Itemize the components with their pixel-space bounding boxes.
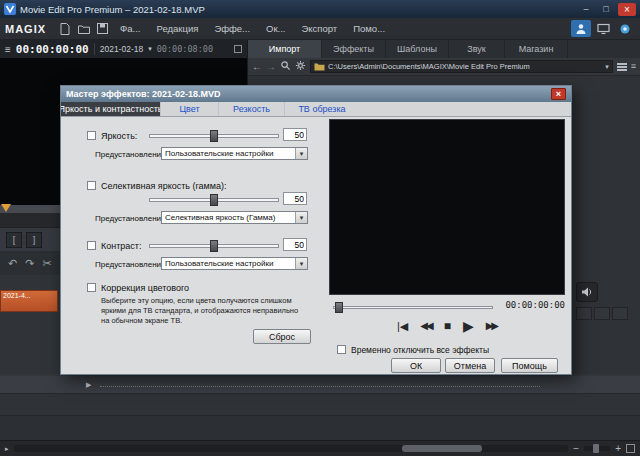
color-correction-checkbox[interactable] <box>87 283 96 292</box>
forward-icon[interactable]: → <box>266 62 276 72</box>
project-name-dropdown[interactable]: 2021-02-18 <box>100 44 143 54</box>
menu-window[interactable]: Ок... <box>259 18 292 40</box>
user-mode-icon[interactable] <box>571 20 591 37</box>
tab-store[interactable]: Магазин <box>505 40 568 58</box>
collapse-track-icon[interactable]: ▶ <box>86 381 91 389</box>
dropdown-arrow-icon[interactable]: ▾ <box>295 148 307 159</box>
reset-button[interactable]: Сброс <box>253 329 311 344</box>
slider-handle[interactable] <box>210 240 218 252</box>
brightness-checkbox[interactable] <box>87 131 96 140</box>
color-correction-label: Коррекция цветового <box>101 283 189 293</box>
zoom-slider-handle[interactable] <box>593 444 599 453</box>
timeline-scrollbar[interactable] <box>14 445 569 452</box>
skip-start-button[interactable]: |◀ <box>397 321 408 332</box>
zoom-fit-icon[interactable] <box>626 444 635 453</box>
tab-color[interactable]: Цвет <box>161 102 219 116</box>
brightness-preset-dropdown[interactable]: Пользовательские настройки ▾ <box>161 147 308 160</box>
store-icon[interactable] <box>615 20 635 37</box>
zoom-in-icon[interactable]: + <box>615 444 621 454</box>
track-tool-button-2[interactable] <box>594 307 610 320</box>
zoom-slider[interactable] <box>584 446 610 451</box>
dialog-title: Мастер эффектов: 2021-02-18.MVD <box>66 89 221 99</box>
track-tool-button-3[interactable] <box>612 307 628 320</box>
contrast-slider[interactable] <box>149 240 279 252</box>
speaker-icon[interactable] <box>576 282 598 302</box>
dropdown-arrow-icon[interactable]: ▾ <box>295 258 307 269</box>
stop-button[interactable]: ■ <box>444 320 451 332</box>
help-button[interactable]: Помощь <box>501 358 558 373</box>
panel-menu-icon[interactable]: ≡ <box>631 62 636 71</box>
tab-templates[interactable]: Шаблоны <box>386 40 449 58</box>
zoom-out-icon[interactable]: − <box>573 444 579 454</box>
menu-export[interactable]: Экспорт <box>295 18 345 40</box>
range-in-button[interactable]: [ <box>6 232 22 248</box>
gamma-preset-dropdown[interactable]: Селективная яркость (Гамма) ▾ <box>161 211 308 224</box>
chevron-down-icon[interactable]: ▾ <box>148 45 152 53</box>
new-project-icon[interactable] <box>56 20 73 37</box>
brightness-slider[interactable] <box>149 130 279 142</box>
scrollbar-handle[interactable] <box>402 445 482 452</box>
menu-file[interactable]: Фа... <box>113 18 147 40</box>
slider-handle[interactable] <box>210 194 218 206</box>
redo-icon[interactable]: ↷ <box>25 257 34 270</box>
browser-nav-row: ← → C:\Users\Admin\Documents\MAGIX\Movie… <box>248 58 640 76</box>
list-view-icon[interactable] <box>617 63 627 71</box>
tab-tv-crop[interactable]: ТВ обрезка <box>285 102 359 116</box>
slider-handle[interactable] <box>210 130 218 142</box>
monitor-layout-icon[interactable] <box>593 20 613 37</box>
tab-audio[interactable]: Звук <box>449 40 505 58</box>
dialog-titlebar[interactable]: Мастер эффектов: 2021-02-18.MVD × <box>61 86 571 102</box>
cancel-button[interactable]: Отмена <box>445 358 495 373</box>
tab-effects[interactable]: Эффекты <box>322 40 386 58</box>
search-icon[interactable] <box>280 60 291 73</box>
timeline-track-row-3[interactable] <box>0 416 640 440</box>
monitor-menu-icon[interactable]: ≡ <box>5 44 11 55</box>
path-chevron-icon[interactable]: ▾ <box>605 63 609 71</box>
rewind-button[interactable]: ◀◀ <box>420 321 431 331</box>
brightness-value[interactable] <box>283 128 307 141</box>
application-window: Movie Edit Pro Premium – 2021-02-18.MVP … <box>0 0 640 456</box>
timeline-track-row-1[interactable]: ▶ <box>0 376 640 394</box>
gamma-checkbox[interactable] <box>87 181 96 190</box>
divider <box>94 43 95 55</box>
menu-effects[interactable]: Эффе... <box>207 18 257 40</box>
tab-sharpness[interactable]: Резкость <box>219 102 285 116</box>
gamma-slider[interactable] <box>149 194 279 206</box>
path-bar[interactable]: C:\Users\Admin\Documents\MAGIX\Movie Edi… <box>310 60 613 73</box>
scissors-icon[interactable]: ✂ <box>42 257 51 270</box>
range-out-button[interactable]: ] <box>26 232 42 248</box>
contrast-checkbox[interactable] <box>87 241 96 250</box>
save-icon[interactable] <box>94 20 111 37</box>
scroll-left-icon[interactable]: ▸ <box>5 445 9 452</box>
close-button[interactable]: × <box>618 3 636 16</box>
minimize-button[interactable]: – <box>578 3 594 16</box>
gamma-value[interactable] <box>283 192 307 205</box>
slider-handle[interactable] <box>335 302 343 313</box>
timeline-track-row-2[interactable] <box>0 394 640 416</box>
video-clip[interactable]: 2021-4... <box>0 290 58 312</box>
fast-forward-button[interactable]: ▶▶ <box>486 321 497 331</box>
contrast-preset-dropdown[interactable]: Пользовательские настройки ▾ <box>161 257 308 270</box>
detach-monitor-icon[interactable] <box>234 45 242 53</box>
dialog-close-button[interactable]: × <box>551 88 566 100</box>
dropdown-arrow-icon[interactable]: ▾ <box>295 212 307 223</box>
undo-icon[interactable]: ↶ <box>8 257 17 270</box>
menubar: MAGIX Фа... Редакция Эффе... Ок... Экспо… <box>0 18 640 40</box>
playhead-marker[interactable] <box>1 204 11 212</box>
preview-position-slider[interactable] <box>333 302 493 313</box>
preset-label-2: Предустановления <box>95 214 165 223</box>
ok-button[interactable]: ОК <box>391 358 441 373</box>
back-icon[interactable]: ← <box>252 62 262 72</box>
contrast-value[interactable] <box>283 238 307 251</box>
tab-import[interactable]: Импорт <box>248 40 322 58</box>
open-project-icon[interactable] <box>75 20 92 37</box>
disable-effects-checkbox[interactable] <box>337 345 346 354</box>
play-button[interactable]: ▶ <box>463 319 474 333</box>
gear-icon[interactable] <box>295 60 306 73</box>
track-tool-button-1[interactable] <box>576 307 592 320</box>
menu-edit[interactable]: Редакция <box>150 18 206 40</box>
maximize-button[interactable]: □ <box>598 3 614 16</box>
current-timecode: 00:00:00:00 <box>16 43 89 56</box>
menu-help[interactable]: Помо... <box>346 18 392 40</box>
tab-brightness-contrast[interactable]: Яркость и контрастность <box>61 102 161 116</box>
